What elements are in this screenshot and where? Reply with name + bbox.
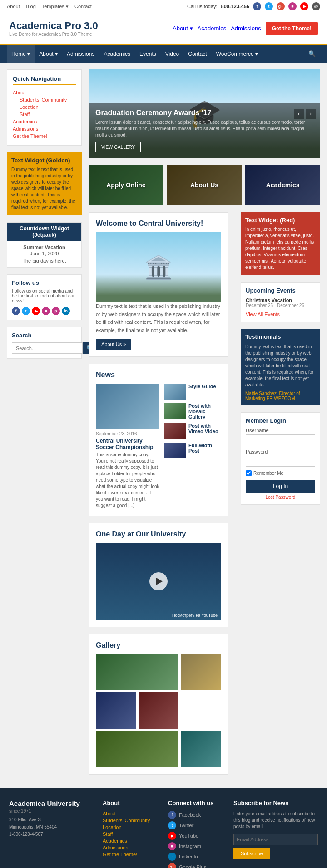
nav-home[interactable]: Home ▾: [7, 45, 35, 63]
nav-video[interactable]: Video: [161, 45, 183, 63]
view-gallery-button[interactable]: VIEW GALLERY: [95, 142, 141, 152]
news-main-excerpt: This is some dummy copy. You're not real…: [96, 452, 159, 509]
follow-linkedin-icon[interactable]: in: [62, 307, 70, 315]
social-email-icon[interactable]: @: [312, 2, 320, 10]
header-nav-about[interactable]: About ▾: [173, 25, 193, 32]
footer-link-students[interactable]: Students' Community: [103, 818, 159, 823]
nav-woocommerce[interactable]: WooCommerce ▾: [212, 45, 263, 63]
follow-us-text: Follow us on social media and be the fir…: [12, 288, 77, 303]
gallery-item-6[interactable]: [181, 731, 221, 767]
quick-nav-admissions[interactable]: Admissions: [13, 125, 76, 132]
view-all-events-link[interactable]: View All Events: [246, 312, 315, 317]
footer-youtube-link[interactable]: YouTube: [179, 833, 198, 839]
news-main-title: Central University Soccer Championship: [96, 438, 159, 450]
topbar-templates[interactable]: Templates ▾: [42, 4, 69, 9]
left-sidebar: Quick Navigation About Students' Communi…: [7, 69, 82, 781]
quick-nav-academics[interactable]: Academics: [13, 118, 76, 125]
follow-twitter-icon[interactable]: t: [22, 307, 30, 315]
feature-box-apply[interactable]: Apply Online: [89, 165, 164, 205]
topbar-about[interactable]: About: [7, 4, 20, 9]
header-nav-academics[interactable]: Academics: [198, 25, 227, 32]
social-facebook-icon[interactable]: f: [253, 2, 261, 10]
footer-social-facebook: f Facebook: [168, 811, 224, 819]
slider-prev-button[interactable]: ‹: [294, 109, 304, 119]
nav-about[interactable]: About ▾: [35, 45, 62, 63]
quick-nav-location[interactable]: Location: [13, 103, 76, 111]
search-icon[interactable]: 🔍: [304, 45, 320, 63]
footer-link-gettheme[interactable]: Get the Theme!: [103, 852, 159, 857]
video-embed[interactable]: Посмотреть на YouTube: [96, 543, 221, 620]
news-item-1[interactable]: Style Guide: [164, 384, 221, 400]
footer-googleplus-icon: g+: [168, 863, 176, 868]
feature-box-academics-label: Academics: [266, 181, 300, 189]
footer-link-academics[interactable]: Academics: [103, 838, 159, 844]
quick-nav-about[interactable]: About: [13, 89, 76, 96]
footer-twitter-icon: t: [168, 821, 176, 829]
footer-link-staff[interactable]: Staff: [103, 831, 159, 837]
nav-admissions[interactable]: Admissions: [62, 45, 99, 63]
follow-facebook-icon[interactable]: f: [12, 307, 20, 315]
topbar-blog[interactable]: Blog: [26, 4, 36, 9]
feature-box-academics[interactable]: Academics: [245, 165, 320, 205]
text-widget-red-text: In enim justo, rhoncus ut, imperdiet a, …: [245, 226, 316, 271]
follow-instagram-icon[interactable]: ■: [42, 307, 50, 315]
quick-nav-staff[interactable]: Staff: [13, 111, 76, 118]
gallery-item-1[interactable]: [96, 654, 178, 690]
top-bar-links: About Blog Templates ▾ Contact: [7, 4, 96, 10]
countdown-body: Summer Vacation June 1, 2020 The big day…: [7, 241, 81, 267]
follow-youtube-icon[interactable]: ▶: [32, 307, 40, 315]
header-nav-admissions[interactable]: Admissions: [231, 25, 261, 32]
site-tagline: Live Demo for Academica Pro 3.0 Theme: [9, 32, 98, 37]
follow-pinterest-icon[interactable]: p: [52, 307, 60, 315]
about-us-button[interactable]: About Us »: [96, 339, 131, 350]
feature-box-about[interactable]: About Us: [167, 165, 242, 205]
footer-twitter-link[interactable]: Twitter: [179, 823, 193, 828]
footer-linkedin-link[interactable]: LinkedIn: [179, 854, 198, 859]
nav-contact[interactable]: Contact: [183, 45, 211, 63]
subscribe-email-input[interactable]: [233, 834, 318, 845]
quick-nav-students[interactable]: Students' Community: [13, 96, 76, 103]
welcome-section: Welcome to Central University! 🏛️ Dummy …: [89, 212, 228, 357]
search-input[interactable]: [12, 342, 83, 354]
news-item-3[interactable]: Post with Vimeo Video: [164, 423, 221, 439]
footer-instagram-link[interactable]: Instagram: [179, 844, 201, 849]
footer-link-location[interactable]: Location: [103, 824, 159, 830]
footer-links: About Students' Community Location Staff…: [103, 811, 159, 857]
footer-googleplus-link[interactable]: Google Plus: [179, 864, 206, 868]
footer-link-about[interactable]: About: [103, 811, 159, 816]
footer-col-about: About About Students' Community Location…: [103, 800, 159, 868]
nav-academics[interactable]: Academics: [99, 45, 135, 63]
footer-social-instagram: ■ Instagram: [168, 842, 224, 850]
testimonial-author-link[interactable]: WPZOOM: [274, 396, 295, 401]
footer-col-subscribe: Subscribe for News Enter your email addr…: [233, 800, 318, 868]
news-item-2[interactable]: Post with Mosaic Gallery: [164, 403, 221, 419]
quick-nav-gettheme[interactable]: Get the Theme!: [13, 132, 76, 140]
topbar-contact[interactable]: Contact: [74, 4, 92, 9]
gallery-item-2[interactable]: [181, 654, 221, 690]
play-button[interactable]: [149, 572, 168, 590]
footer-facebook-link[interactable]: Facebook: [179, 812, 201, 818]
news-item-4[interactable]: Full-width Post: [164, 443, 221, 458]
news-thumb-2: [164, 403, 186, 419]
nav-events[interactable]: Events: [135, 45, 161, 63]
footer-link-admissions[interactable]: Admissions: [103, 845, 159, 850]
get-theme-button[interactable]: Get the Theme!: [266, 22, 318, 35]
social-twitter-icon[interactable]: t: [265, 2, 273, 10]
lost-password-link[interactable]: Lost Password: [246, 495, 315, 500]
welcome-image: 🏛️: [96, 232, 221, 302]
gallery-item-5[interactable]: [96, 731, 178, 767]
subscribe-button[interactable]: Subscribe: [233, 848, 270, 859]
slider-next-button[interactable]: ›: [306, 109, 316, 119]
news-layout: September 23, 2016 Central University So…: [96, 384, 221, 509]
event-name: Christmas Vacation: [246, 297, 315, 303]
password-input[interactable]: [246, 456, 315, 467]
social-youtube-icon[interactable]: ▶: [300, 2, 308, 10]
username-input[interactable]: [246, 434, 315, 445]
social-instagram-icon[interactable]: ■: [288, 2, 297, 10]
gallery-item-3[interactable]: [96, 692, 136, 729]
hero-slider: 🎓 Graduation Ceremony Awards '17 Lorem i…: [89, 69, 320, 158]
gallery-item-4[interactable]: [139, 692, 179, 729]
login-button[interactable]: Log In: [246, 480, 315, 493]
remember-me-checkbox[interactable]: [246, 470, 252, 476]
social-googleplus-icon[interactable]: g+: [277, 2, 285, 10]
